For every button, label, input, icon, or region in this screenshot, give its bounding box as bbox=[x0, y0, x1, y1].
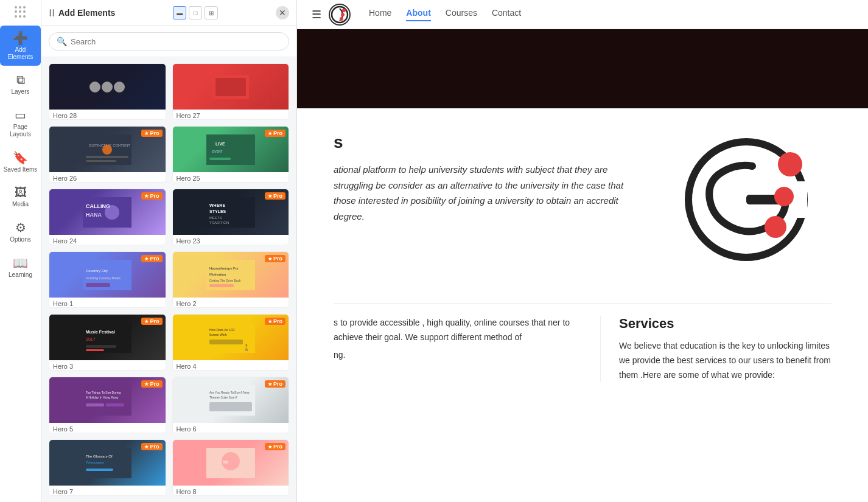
svg-text:WHERE: WHERE bbox=[209, 203, 225, 207]
hero-item-hero23[interactable]: Pro WHERE STYLES MEETS TRADITION Hero 23 bbox=[172, 189, 290, 245]
hero-item-hero28[interactable]: Hero 28 bbox=[49, 63, 166, 120]
about-description: ational platform to help university stud… bbox=[334, 162, 637, 224]
hero-item-hero27[interactable]: Hero 27 bbox=[172, 63, 290, 120]
sidebar-item-learning-label: Learning bbox=[9, 271, 32, 279]
panel-title: ⁞⁞ Add Elements bbox=[49, 7, 115, 19]
panel-view-options: ▬ □ ⊞ bbox=[173, 6, 218, 19]
top-nav: ☰ Home About Courses Contact bbox=[297, 0, 868, 29]
services-section: s to provide accessible , high quality, … bbox=[297, 291, 868, 406]
hero-item-hero2[interactable]: Pro Hypnotherapy For Motivation Getting … bbox=[172, 251, 290, 308]
logo-svg bbox=[331, 5, 349, 24]
svg-text:🚶: 🚶 bbox=[243, 344, 251, 352]
panel-close-button[interactable]: ✕ bbox=[276, 6, 289, 19]
hero7-thumb: Pro The Glossary Of Telescopes bbox=[49, 440, 166, 486]
svg-rect-5 bbox=[86, 156, 128, 158]
hero7-svg: The Glossary Of Telescopes bbox=[83, 448, 131, 478]
thumb-inner-hero28 bbox=[49, 64, 166, 110]
sidebar-item-media[interactable]: 🖼 Media bbox=[0, 181, 41, 213]
svg-point-63 bbox=[774, 187, 794, 206]
hero23-thumb: Pro WHERE STYLES MEETS TRADITION bbox=[173, 189, 289, 235]
saved-items-icon: 🔖 bbox=[13, 150, 28, 165]
hero6-svg: Are You Ready To Buy A New Theater Suite… bbox=[206, 385, 255, 416]
svg-rect-28 bbox=[209, 284, 234, 287]
hero8-label: Hero 8 bbox=[173, 486, 289, 496]
brand-logo-large bbox=[679, 133, 813, 267]
hero1-svg: Coventry City Including Coventry Hotels bbox=[83, 260, 131, 290]
hero4-label: Hero 4 bbox=[173, 360, 289, 371]
hero27-thumb bbox=[173, 64, 289, 110]
pro-badge-hero25: Pro bbox=[265, 130, 285, 137]
hero-item-hero8[interactable]: Pro 🍽 Hero 8 bbox=[172, 439, 290, 496]
view-btn-large[interactable]: ▬ bbox=[173, 6, 186, 19]
hero-item-hero25[interactable]: Pro LIVE EVENT Hero 25 bbox=[172, 126, 290, 183]
svg-rect-43 bbox=[106, 403, 124, 406]
sidebar-item-saved-items[interactable]: 🔖 Saved Items bbox=[0, 145, 41, 178]
hero23-svg: WHERE STYLES MEETS TRADITION bbox=[206, 197, 255, 228]
hero26-svg: DISTINCTIVE CONTENT bbox=[83, 134, 131, 165]
hamburger-icon[interactable]: ☰ bbox=[312, 8, 321, 21]
hero3-thumb: Pro Music Festival 2017 bbox=[49, 315, 166, 360]
pro-badge-hero2: Pro bbox=[265, 255, 285, 262]
svg-point-4 bbox=[102, 145, 112, 155]
nav-link-contact[interactable]: Contact bbox=[492, 8, 521, 21]
sidebar-item-layers[interactable]: ⧉ Layers bbox=[0, 68, 41, 100]
sidebar-item-options[interactable]: ⚙ Options bbox=[0, 215, 41, 248]
hero-item-hero6[interactable]: Pro Are You Ready To Buy A New Theater S… bbox=[172, 377, 290, 433]
search-input[interactable] bbox=[71, 37, 281, 46]
nav-link-about[interactable]: About bbox=[406, 8, 430, 21]
view-btn-small[interactable]: ⊞ bbox=[205, 6, 218, 19]
svg-text:MEETS: MEETS bbox=[209, 216, 222, 220]
about-section: s ational platform to help university st… bbox=[297, 108, 868, 291]
svg-text:Including Coventry Hotels: Including Coventry Hotels bbox=[86, 276, 121, 280]
svg-rect-51 bbox=[86, 469, 113, 471]
sidebar-item-page-layouts[interactable]: ▭ Page Layouts bbox=[0, 103, 41, 143]
sidebar-item-layers-label: Layers bbox=[11, 88, 29, 96]
pro-badge-hero23: Pro bbox=[265, 192, 285, 200]
hero-item-hero4[interactable]: Pro How Does An LCD Screen Work 🚶 Hero 4 bbox=[172, 314, 290, 371]
svg-text:Top Things To See During: Top Things To See During bbox=[86, 391, 121, 394]
sidebar-item-media-label: Media bbox=[12, 201, 29, 208]
learning-icon: 📖 bbox=[13, 256, 28, 270]
pro-badge-hero24: Pro bbox=[141, 192, 162, 200]
thumb-inner-hero27 bbox=[173, 64, 289, 110]
svg-text:EVENT: EVENT bbox=[212, 150, 223, 153]
face2 bbox=[102, 82, 113, 92]
sidebar-item-add-elements[interactable]: ➕ Add Elements bbox=[0, 26, 41, 66]
nav-link-courses[interactable]: Courses bbox=[446, 8, 477, 21]
sidebar-item-add-elements-label: Add Elements bbox=[2, 46, 38, 61]
sidebar-item-learning[interactable]: 📖 Learning bbox=[0, 251, 41, 284]
panel-title-text: Add Elements bbox=[58, 8, 115, 18]
mission-column: s to provide accessible , high quality, … bbox=[334, 316, 576, 382]
sidebar-item-saved-items-label: Saved Items bbox=[4, 166, 38, 173]
hero27-svg bbox=[212, 75, 249, 99]
hero-item-hero3[interactable]: Pro Music Festival 2017 Hero 3 bbox=[49, 314, 166, 371]
svg-rect-32 bbox=[86, 345, 116, 348]
pro-badge-hero7: Pro bbox=[141, 443, 162, 450]
hero-item-hero26[interactable]: Pro DISTINCTIVE CONTENT Hero 26 bbox=[49, 126, 166, 183]
svg-rect-33 bbox=[86, 349, 104, 351]
pro-badge-hero26: Pro bbox=[141, 130, 162, 137]
hero-item-hero7[interactable]: Pro The Glossary Of Telescopes Hero 7 bbox=[49, 439, 166, 496]
hero2-svg: Hypnotherapy For Motivation Getting The … bbox=[206, 260, 255, 290]
page-layouts-icon: ▭ bbox=[15, 108, 26, 122]
search-input-wrap: 🔍 bbox=[49, 32, 289, 51]
about-text: s ational platform to help university st… bbox=[334, 133, 637, 267]
hero-item-hero5[interactable]: Pro Top Things To See During A Holiday I… bbox=[49, 377, 166, 433]
hero-item-hero1[interactable]: Pro Coventry City Including Coventry Hot… bbox=[49, 251, 166, 308]
svg-rect-10 bbox=[209, 158, 231, 160]
options-icon: ⚙ bbox=[15, 220, 26, 235]
services-column: Services We believe that education is th… bbox=[600, 316, 831, 382]
hero-item-hero24[interactable]: Pro CALLING HANA Hero 24 bbox=[49, 189, 166, 245]
hero-dark-banner bbox=[297, 29, 868, 108]
svg-point-14 bbox=[105, 205, 119, 220]
svg-rect-23 bbox=[86, 283, 110, 287]
about-logo-wrap bbox=[661, 133, 831, 267]
nav-link-home[interactable]: Home bbox=[369, 8, 391, 21]
svg-text:How Does An LCD: How Does An LCD bbox=[209, 328, 235, 332]
hero24-label: Hero 24 bbox=[49, 235, 166, 245]
search-icon: 🔍 bbox=[57, 37, 67, 46]
hero3-label: Hero 3 bbox=[49, 360, 166, 371]
panel-header: ⁞⁞ Add Elements ▬ □ ⊞ ✕ bbox=[41, 0, 296, 26]
svg-text:A Holiday In Hong Kong: A Holiday In Hong Kong bbox=[86, 396, 118, 399]
view-btn-medium[interactable]: □ bbox=[189, 6, 202, 19]
